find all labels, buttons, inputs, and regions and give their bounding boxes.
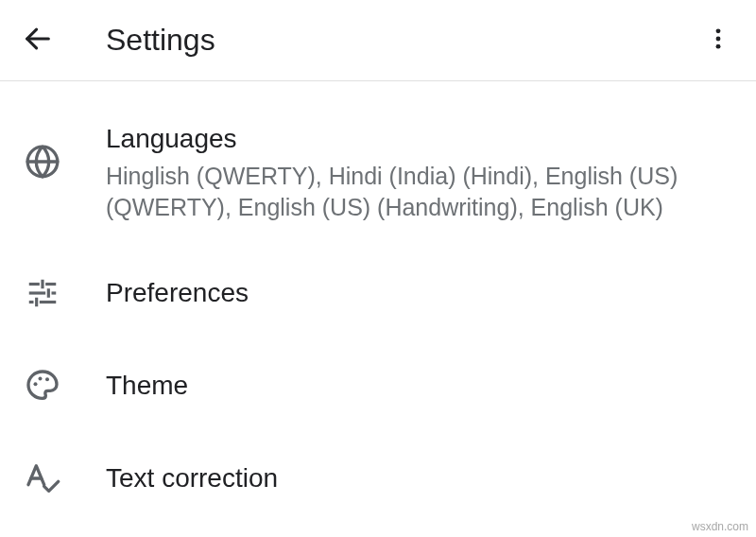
svg-point-16 (39, 377, 43, 381)
item-title: Languages (106, 123, 737, 155)
app-bar: Settings (0, 0, 756, 81)
palette-icon (19, 362, 66, 409)
svg-rect-9 (29, 292, 45, 295)
item-body: Text correction (106, 462, 737, 494)
tune-icon (19, 269, 66, 317)
svg-rect-6 (29, 283, 40, 286)
svg-point-1 (716, 28, 721, 33)
globe-icon (19, 138, 66, 185)
settings-item-text-correction[interactable]: Text correction (0, 432, 756, 525)
settings-item-theme[interactable]: Theme (0, 339, 756, 432)
overflow-menu-button[interactable] (699, 22, 737, 60)
item-subtitle: Hinglish (QWERTY), Hindi (India) (Hindi)… (106, 161, 737, 225)
svg-point-2 (716, 36, 721, 41)
settings-list: Languages Hinglish (QWERTY), Hindi (Indi… (0, 81, 756, 525)
svg-rect-8 (41, 280, 43, 289)
svg-point-15 (34, 382, 38, 386)
arrow-back-icon (22, 23, 54, 59)
back-button[interactable] (19, 22, 57, 60)
settings-item-languages[interactable]: Languages Hinglish (QWERTY), Hindi (Indi… (0, 91, 756, 247)
item-title: Text correction (106, 462, 737, 494)
watermark: wsxdn.com (692, 520, 748, 533)
item-title: Theme (106, 370, 737, 402)
spellcheck-icon (19, 455, 66, 502)
item-body: Preferences (106, 277, 737, 309)
svg-rect-12 (29, 301, 34, 303)
item-title: Preferences (106, 277, 737, 309)
settings-item-preferences[interactable]: Preferences (0, 247, 756, 339)
svg-rect-7 (45, 283, 56, 286)
svg-rect-10 (52, 292, 57, 295)
svg-point-17 (45, 377, 49, 381)
item-body: Languages Hinglish (QWERTY), Hindi (Indi… (106, 123, 737, 224)
svg-rect-14 (35, 298, 38, 307)
svg-rect-13 (40, 301, 56, 303)
svg-rect-11 (47, 288, 50, 298)
page-title: Settings (106, 23, 215, 58)
more-vert-icon (705, 26, 731, 56)
item-body: Theme (106, 370, 737, 402)
svg-point-3 (716, 43, 721, 48)
